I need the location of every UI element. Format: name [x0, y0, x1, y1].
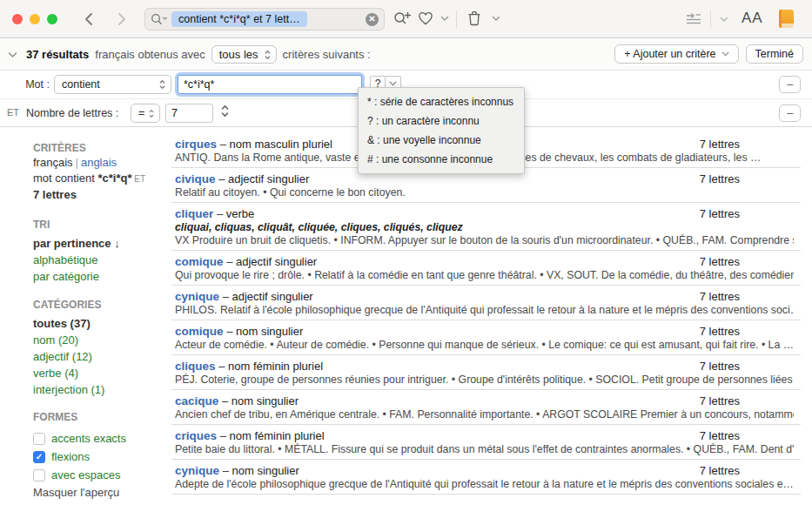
result-word[interactable]: civique [175, 172, 216, 185]
result-word[interactable]: criques [175, 429, 217, 442]
wildcard-legend-item: # : une consonne inconnue [359, 150, 524, 169]
sort-option[interactable]: alphabétique [33, 252, 171, 268]
forms-list: accents exacts✓flexionsavec espaces [33, 430, 171, 484]
sort-option[interactable]: par pertinence ↓ [33, 235, 171, 252]
favorites-heart-icon[interactable] [418, 11, 433, 26]
checkbox-unchecked-icon[interactable] [33, 469, 45, 481]
form-option-label: flexions [51, 448, 90, 466]
window-zoom-button[interactable] [47, 14, 57, 24]
checkbox-unchecked-icon[interactable] [33, 433, 45, 445]
form-option[interactable]: accents exacts [33, 430, 171, 448]
remove-criterion-button[interactable]: − [779, 104, 801, 122]
search-token[interactable]: contient *c*i*q* et 7 lett… [171, 11, 307, 27]
list-panel-icon[interactable] [684, 12, 703, 25]
result-category: nom féminin pluriel [230, 429, 325, 442]
result-word[interactable]: cliques [175, 360, 216, 373]
dictionary-book-icon[interactable] [779, 10, 794, 28]
length-operator-value: = [138, 107, 144, 119]
categories-list: toutes (37)nom (20)adjectif (12)verbe (4… [33, 315, 171, 398]
match-mode-select[interactable]: tous les [211, 45, 277, 64]
category-filter[interactable]: toutes (37) [33, 315, 171, 332]
categories-heading: CATÉGORIES [33, 298, 171, 312]
wildcard-legend-item: ? : un caractère inconnu [359, 111, 524, 131]
result-row[interactable]: cliques – nom féminin plurielPÉJ. Coteri… [171, 355, 801, 390]
result-row[interactable]: comique – nom singulierActeur de comédie… [171, 320, 801, 355]
result-letter-count: 7 lettres [700, 207, 740, 220]
language-french[interactable]: français [33, 156, 73, 169]
result-definition: Petite baie du littoral. • MÉTALL. Fissu… [175, 443, 794, 456]
add-criterion-button[interactable]: + Ajouter un critère [614, 44, 738, 64]
category-filter[interactable]: verbe (4) [33, 365, 171, 381]
word-criterion-label: Mot : [17, 78, 50, 91]
result-word[interactable]: cacique [175, 394, 218, 407]
result-dash: – [219, 290, 232, 303]
language-english-link[interactable]: anglais [81, 156, 117, 169]
favorites-chevron-icon[interactable] [440, 16, 449, 22]
search-field[interactable]: contient *c*i*q* et 7 lett… ✕ [144, 8, 385, 30]
result-category: nom singulier [236, 325, 303, 338]
done-button[interactable]: Terminé [746, 44, 803, 64]
forms-heading: FORMES [33, 410, 171, 424]
result-dash: – [224, 325, 236, 338]
result-flexions: cliquai, cliquas, cliquât, cliquée, cliq… [175, 221, 794, 234]
result-definition: Ancien chef de tribu, en Amérique centra… [175, 408, 794, 421]
text-size-button[interactable]: AA [742, 10, 763, 27]
new-search-icon[interactable] [393, 10, 412, 26]
length-operator-select[interactable]: = [131, 104, 160, 123]
hide-preview-link[interactable]: Masquer l'aperçu [33, 486, 119, 499]
result-category: verbe [226, 207, 255, 220]
forward-button[interactable] [117, 11, 127, 27]
pattern-input[interactable]: *c*i*q* [178, 75, 362, 94]
results-bar: 37 résultats français obtenus avec tous … [0, 39, 812, 71]
word-operator-value: contient [62, 78, 100, 91]
category-filter[interactable]: interjection (1) [33, 381, 171, 398]
language-switch: français|anglais [33, 155, 171, 171]
search-icon [151, 13, 168, 25]
length-input[interactable]: 7 [165, 104, 213, 123]
form-option[interactable]: ✓flexions [33, 448, 171, 466]
result-category: nom féminin pluriel [228, 360, 323, 373]
match-mode-value: tous les [219, 48, 258, 61]
length-stepper[interactable] [221, 104, 229, 118]
back-button[interactable] [84, 11, 94, 27]
form-option[interactable]: avec espaces [33, 467, 171, 484]
result-row[interactable]: criques – nom féminin plurielPetite baie… [171, 425, 801, 460]
result-word[interactable]: cliquer [175, 207, 213, 220]
result-word[interactable]: comique [175, 255, 224, 268]
window-close-button[interactable] [12, 14, 23, 24]
result-row[interactable]: cynique – nom singulierAdepte de l'école… [171, 460, 801, 495]
word-operator-select[interactable]: contient [54, 75, 171, 94]
result-word[interactable]: comique [175, 325, 224, 338]
clear-search-button[interactable]: ✕ [366, 13, 379, 26]
result-word[interactable]: cirques [175, 138, 217, 151]
language-separator: | [73, 156, 81, 169]
result-word[interactable]: cynique [175, 290, 219, 303]
result-category: nom singulier [232, 464, 299, 477]
result-letter-count: 7 lettres [700, 138, 740, 151]
result-row[interactable]: comique – adjectif singulierQui provoque… [171, 251, 801, 286]
trash-chevron-icon[interactable] [492, 16, 500, 22]
result-definition: PHILOS. Relatif à l'école philosophique … [175, 304, 794, 317]
results-disclosure-chevron[interactable] [8, 51, 17, 58]
result-letter-count: 7 lettres [700, 360, 740, 373]
remove-criterion-button[interactable]: − [779, 76, 801, 93]
category-filter[interactable]: nom (20) [33, 332, 171, 348]
trash-icon[interactable] [467, 10, 481, 26]
window-minimize-button[interactable] [30, 14, 40, 24]
result-row[interactable]: cacique – nom singulierAncien chef de tr… [171, 390, 801, 425]
result-letter-count: 7 lettres [700, 429, 740, 442]
result-dash: – [218, 394, 231, 407]
length-criterion-label: Nombre de lettres : [26, 107, 118, 119]
result-letter-count: 7 lettres [700, 290, 740, 303]
panel-chevron-icon[interactable] [720, 17, 728, 23]
result-definition: Relatif au citoyen. • Qui concerne le bo… [175, 186, 794, 199]
checkbox-checked-icon[interactable]: ✓ [33, 451, 45, 463]
category-filter[interactable]: adjectif (12) [33, 348, 171, 365]
result-word[interactable]: cynique [175, 464, 219, 477]
sort-list: par pertinence ↓alphabétiquepar catégori… [33, 235, 171, 285]
result-dash: – [216, 360, 228, 373]
sort-option[interactable]: par catégorie [33, 268, 171, 285]
result-row[interactable]: cliquer – verbecliquai, cliquas, cliquât… [171, 203, 801, 251]
result-row[interactable]: cynique – adjectif singulierPHILOS. Rela… [171, 286, 801, 320]
summary-pre: mot contient [33, 172, 97, 185]
